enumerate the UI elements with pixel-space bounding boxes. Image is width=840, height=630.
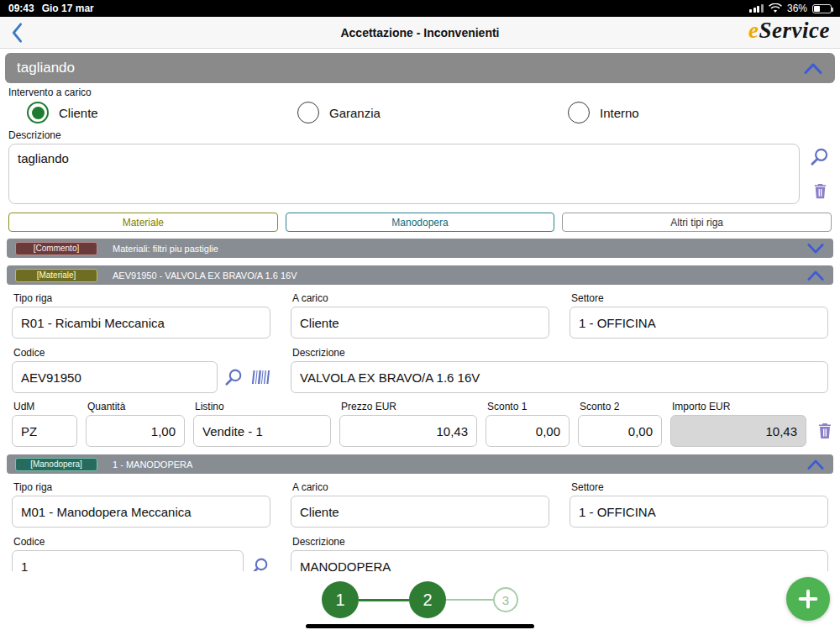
radio-garanzia[interactable]: Garanzia (297, 102, 568, 123)
add-button[interactable] (786, 577, 830, 621)
descrizione-riga-label: Descrizione (292, 536, 828, 548)
udm-label: UdM (13, 401, 77, 412)
step-1[interactable]: 1 (322, 581, 359, 618)
descrizione-riga-label: Descrizione (292, 347, 828, 359)
descrizione-textarea[interactable]: tagliando (8, 144, 800, 204)
commento-title: Materiali: filtri piu pastiglie (113, 244, 218, 254)
home-indicator[interactable] (306, 624, 534, 628)
a-carico-label: A carico (292, 292, 549, 304)
step-3[interactable]: 3 (493, 587, 518, 612)
trash-icon[interactable] (815, 421, 835, 441)
codice-label: Codice (13, 347, 270, 359)
quantita-label: Quantità (87, 401, 185, 412)
radio-cliente-label: Cliente (59, 106, 98, 120)
descrizione-input-materiale[interactable] (291, 361, 828, 393)
importo-label: Importo EUR (672, 401, 806, 412)
search-icon[interactable] (223, 367, 244, 388)
sconto1-label: Sconto 1 (487, 401, 570, 412)
importo-input (670, 415, 806, 447)
inconveniente-header[interactable]: tagliando (5, 53, 835, 83)
listino-label: Listino (195, 401, 331, 412)
manodopera-row-header[interactable]: [Manodopera] 1 - MANODOPERA (7, 454, 833, 474)
trash-icon[interactable] (811, 181, 830, 201)
eservice-logo: eService (748, 18, 830, 44)
radio-interno[interactable]: Interno (568, 102, 838, 123)
settore-input-manodopera[interactable] (570, 496, 828, 528)
manodopera-badge: [Manodopera] (15, 458, 97, 471)
intervento-label: Intervento a carico (8, 87, 840, 98)
descrizione-label: Descrizione (8, 129, 840, 141)
chevron-down-icon[interactable] (806, 243, 825, 255)
radio-garanzia-label: Garanzia (329, 106, 381, 120)
page-title: Accettazione - Inconvenienti (0, 26, 840, 39)
chevron-up-icon[interactable] (803, 62, 823, 75)
barcode-icon[interactable] (250, 367, 270, 387)
materiale-badge: [Materiale] (15, 269, 97, 282)
tipo-riga-input-materiale[interactable] (12, 307, 270, 339)
status-time: 09:43 (8, 3, 34, 14)
sconto2-input[interactable] (578, 415, 662, 447)
prezzo-label: Prezzo EUR (341, 401, 477, 412)
battery-percent: 36% (787, 3, 807, 14)
footer: 1 2 3 (0, 571, 840, 630)
radio-interno-circle[interactable] (568, 102, 590, 123)
materiale-row-header[interactable]: [Materiale] AEV91950 - VALVOLA EX BRAVO/… (7, 265, 833, 285)
chevron-up-icon[interactable] (806, 270, 825, 281)
prezzo-input[interactable] (339, 415, 477, 447)
codice-label: Codice (13, 536, 270, 548)
settore-input-materiale[interactable] (570, 307, 828, 339)
a-carico-input-manodopera[interactable] (291, 496, 549, 528)
listino-input[interactable] (193, 415, 331, 447)
radio-garanzia-circle[interactable] (297, 102, 319, 123)
commento-badge: [Commento] (15, 242, 97, 255)
search-icon[interactable] (809, 146, 831, 168)
back-chevron-icon[interactable] (8, 22, 25, 44)
manodopera-title: 1 - MANODOPERA (113, 459, 192, 470)
wifi-icon (769, 3, 782, 13)
a-carico-label: A carico (292, 481, 549, 493)
tipo-riga-input-manodopera[interactable] (12, 496, 270, 528)
plus-icon (795, 586, 821, 612)
codice-input-materiale[interactable] (12, 361, 218, 393)
logo-service: Service (759, 18, 830, 43)
row-type-buttons: Materiale Manodopera Altri tipi riga (8, 213, 832, 232)
wizard-stepper: 1 2 3 (0, 571, 840, 618)
a-carico-input-materiale[interactable] (291, 307, 549, 339)
commento-row-header[interactable]: [Commento] Materiali: filtri piu pastigl… (7, 239, 833, 258)
chevron-up-icon[interactable] (806, 459, 825, 470)
quantita-input[interactable] (86, 415, 185, 447)
status-bar: 09:43 Gio 17 mar 36% (0, 0, 840, 17)
logo-e: e (748, 18, 759, 43)
tipo-riga-label: Tipo riga (13, 292, 270, 304)
add-manodopera-button[interactable]: Manodopera (286, 213, 555, 232)
add-materiale-button[interactable]: Materiale (8, 213, 278, 232)
battery-icon (812, 4, 832, 13)
cellular-signal-icon (749, 4, 764, 13)
radio-cliente[interactable]: Cliente (27, 102, 297, 123)
settore-label: Settore (571, 292, 828, 304)
status-date: Gio 17 mar (42, 3, 94, 14)
inconveniente-title: tagliando (17, 60, 75, 76)
add-altri-tipi-riga-button[interactable]: Altri tipi riga (562, 213, 832, 232)
sconto1-input[interactable] (486, 415, 570, 447)
tipo-riga-label: Tipo riga (13, 481, 270, 493)
step-connector-1-2 (359, 599, 409, 601)
udm-input[interactable] (12, 415, 77, 447)
radio-interno-label: Interno (600, 106, 639, 120)
intervento-radio-group: Cliente Garanzia Interno (0, 100, 840, 125)
nav-bar: Accettazione - Inconvenienti eService (0, 17, 840, 49)
settore-label: Settore (571, 481, 828, 493)
materiale-title: AEV91950 - VALVOLA EX BRAVO/A 1.6 16V (113, 270, 297, 281)
radio-cliente-circle[interactable] (27, 102, 49, 123)
sconto2-label: Sconto 2 (580, 401, 662, 412)
step-2[interactable]: 2 (409, 581, 446, 618)
step-connector-2-3 (446, 599, 493, 601)
